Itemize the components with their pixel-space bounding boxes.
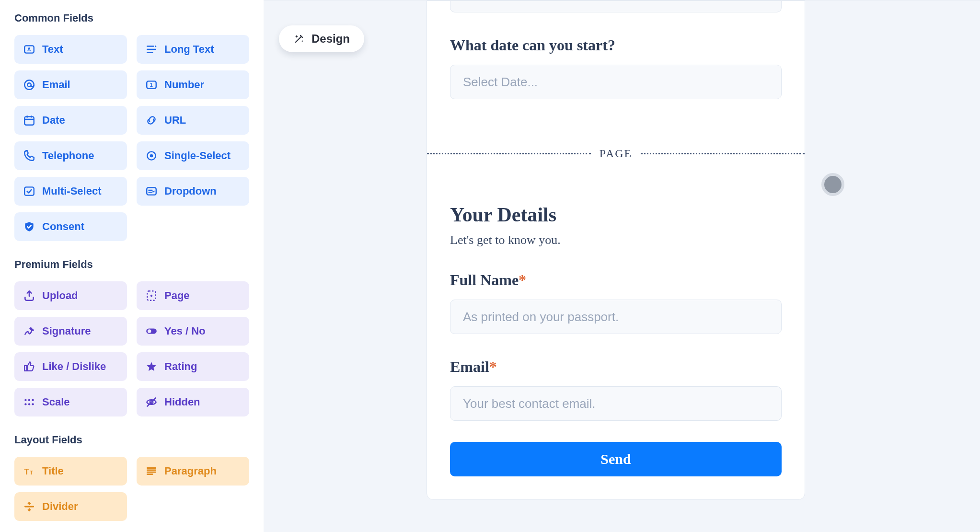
field-signature[interactable]: Signature — [14, 317, 127, 346]
your-details-subtitle: Let's get to know you. — [450, 233, 782, 247]
common-fields-grid: Text Long Text Email Number Date URL Tel… — [14, 35, 249, 241]
paragraph-icon — [145, 465, 158, 477]
divider-line — [427, 153, 591, 154]
layout-fields-heading: Layout Fields — [14, 434, 249, 446]
field-label: Divider — [42, 500, 78, 513]
yes-no-icon — [145, 325, 158, 337]
start-date-input[interactable] — [450, 65, 782, 99]
form-preview-card[interactable]: What date can you start? PAGE Your Detai… — [427, 0, 805, 500]
your-details-title: Your Details — [450, 203, 782, 226]
page-break[interactable]: PAGE — [427, 147, 805, 160]
long-text-icon — [145, 43, 158, 56]
field-label: Signature — [42, 325, 91, 337]
field-scale[interactable]: Scale — [14, 388, 127, 416]
field-date[interactable]: Date — [14, 106, 127, 135]
fields-sidebar: Common Fields Text Long Text Email Numbe… — [0, 0, 264, 532]
full-name-label: Full Name* — [450, 271, 782, 289]
divider-line — [641, 153, 805, 154]
field-consent[interactable]: Consent — [14, 212, 127, 241]
field-title[interactable]: Title — [14, 457, 127, 486]
premium-fields-grid: Upload Page Signature Yes / No Like / Di… — [14, 281, 249, 416]
field-multi-select[interactable]: Multi-Select — [14, 177, 127, 206]
field-email[interactable]: Email — [14, 70, 127, 99]
field-label: Text — [42, 43, 63, 56]
date-icon — [23, 114, 35, 127]
field-label: Scale — [42, 396, 70, 408]
field-divider[interactable]: Divider — [14, 492, 127, 521]
field-hidden[interactable]: Hidden — [137, 388, 249, 416]
field-number[interactable]: Number — [137, 70, 249, 99]
full-name-input[interactable] — [450, 300, 782, 334]
field-label: Long Text — [164, 43, 214, 56]
field-label: Multi-Select — [42, 185, 101, 197]
required-marker: * — [519, 271, 526, 289]
form-canvas: Design What date can you start? PAGE You… — [264, 0, 980, 532]
field-dropdown[interactable]: Dropdown — [137, 177, 249, 206]
email-label: Email* — [450, 358, 782, 376]
field-rating[interactable]: Rating — [137, 352, 249, 381]
field-label: Upload — [42, 289, 78, 302]
hidden-icon — [145, 396, 158, 408]
dropdown-icon — [145, 185, 158, 197]
divider-icon — [23, 500, 35, 513]
question-start-date-label: What date can you start? — [450, 36, 782, 54]
field-url[interactable]: URL — [137, 106, 249, 135]
field-yes-no[interactable]: Yes / No — [137, 317, 249, 346]
common-fields-heading: Common Fields — [14, 12, 249, 24]
field-label: Paragraph — [164, 465, 217, 477]
required-marker: * — [489, 358, 497, 375]
field-label: Number — [164, 79, 204, 91]
layout-fields-grid: Title Paragraph Divider — [14, 457, 249, 521]
design-label: Design — [311, 32, 350, 46]
add-field-handle[interactable] — [821, 173, 844, 196]
field-label: Date — [42, 114, 65, 127]
field-label: Dropdown — [164, 185, 217, 197]
field-label: Rating — [164, 360, 197, 373]
text-icon — [23, 43, 35, 56]
field-label: Consent — [42, 220, 84, 233]
field-label: Title — [42, 465, 64, 477]
like-icon — [23, 360, 35, 373]
upload-icon — [23, 289, 35, 302]
multi-select-icon — [23, 185, 35, 197]
telephone-icon — [23, 150, 35, 162]
page-icon — [145, 289, 158, 302]
title-icon — [23, 465, 35, 477]
premium-fields-heading: Premium Fields — [14, 258, 249, 271]
field-telephone[interactable]: Telephone — [14, 141, 127, 170]
field-label: Hidden — [164, 396, 200, 408]
signature-icon — [23, 325, 35, 337]
design-button[interactable]: Design — [279, 25, 364, 52]
field-label: Page — [164, 289, 190, 302]
previous-field-ghost — [450, 1, 782, 12]
field-text[interactable]: Text — [14, 35, 127, 64]
field-upload[interactable]: Upload — [14, 281, 127, 310]
email-input[interactable] — [450, 386, 782, 421]
scale-icon — [23, 396, 35, 408]
number-icon — [145, 79, 158, 91]
field-label: Email — [42, 79, 70, 91]
send-button[interactable]: Send — [450, 442, 782, 476]
rating-icon — [145, 360, 158, 373]
email-icon — [23, 79, 35, 91]
consent-icon — [23, 220, 35, 233]
field-long-text[interactable]: Long Text — [137, 35, 249, 64]
field-label: Yes / No — [164, 325, 206, 337]
field-paragraph[interactable]: Paragraph — [137, 457, 249, 486]
field-label: Telephone — [42, 150, 94, 162]
url-icon — [145, 114, 158, 127]
field-page[interactable]: Page — [137, 281, 249, 310]
page-break-label: PAGE — [600, 147, 632, 160]
field-like-dislike[interactable]: Like / Dislike — [14, 352, 127, 381]
wand-icon — [293, 33, 305, 45]
field-label: Single-Select — [164, 150, 231, 162]
app-root: Common Fields Text Long Text Email Numbe… — [0, 0, 980, 532]
field-label: URL — [164, 114, 186, 127]
field-single-select[interactable]: Single-Select — [137, 141, 249, 170]
field-label: Like / Dislike — [42, 360, 106, 373]
single-select-icon — [145, 150, 158, 162]
